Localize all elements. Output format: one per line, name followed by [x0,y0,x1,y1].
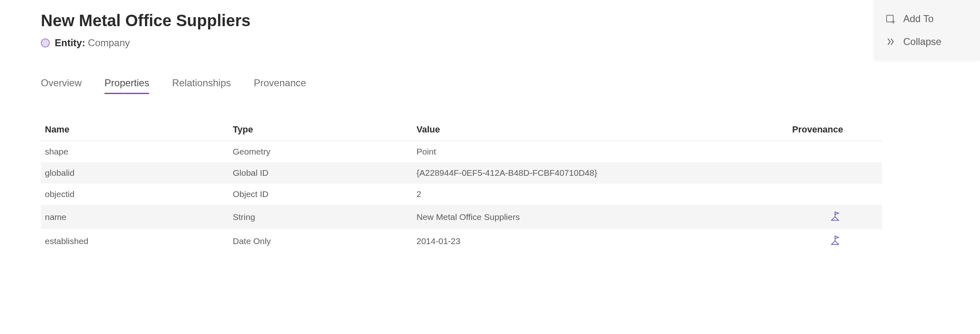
entity-type-value: Company [88,37,130,48]
table-row[interactable]: shapeGeometryPoint [41,141,882,163]
col-header-value[interactable]: Value [412,119,788,141]
cell-name: established [41,229,229,253]
entity-type-row: Entity: Company [41,37,939,49]
tab-properties[interactable]: Properties [105,77,149,94]
cell-value: New Metal Office Suppliers [412,205,788,229]
svg-rect-0 [886,15,893,22]
tabs-row: Overview Properties Relationships Proven… [41,77,939,94]
tab-relationships[interactable]: Relationships [172,77,231,94]
cell-provenance[interactable] [788,205,882,229]
provenance-icon[interactable] [830,211,840,221]
tab-provenance[interactable]: Provenance [254,77,306,94]
col-header-type[interactable]: Type [229,119,412,141]
cell-value: 2 [412,184,788,205]
table-row[interactable]: objectidObject ID2 [41,184,882,205]
add-to-label: Add To [903,13,933,25]
cell-name: objectid [41,184,229,205]
collapse-button[interactable]: Collapse [874,30,980,53]
cell-name: globalid [41,162,229,184]
cell-name: shape [41,141,229,163]
table-row[interactable]: establishedDate Only2014-01-23 [41,229,882,253]
cell-name: name [41,205,229,229]
add-to-icon [885,13,896,24]
col-header-provenance[interactable]: Provenance [788,119,882,141]
add-to-button[interactable]: Add To [874,7,980,30]
properties-table: Name Type Value Provenance shapeGeometry… [41,119,882,253]
table-row[interactable]: globalidGlobal ID{A228944F-0EF5-412A-B48… [41,162,882,184]
table-row[interactable]: nameStringNew Metal Office Suppliers [41,205,882,229]
entity-icon [41,38,50,47]
cell-value: Point [412,141,788,163]
cell-value: 2014-01-23 [412,229,788,253]
cell-type: String [229,205,412,229]
cell-value: {A228944F-0EF5-412A-B48D-FCBF40710D48} [412,162,788,184]
provenance-icon[interactable] [830,235,840,245]
cell-type: Object ID [229,184,412,205]
page-title: New Metal Office Suppliers [41,11,939,30]
collapse-label: Collapse [903,36,941,47]
tab-overview[interactable]: Overview [41,77,82,94]
entity-label: Entity: [55,37,85,48]
cell-type: Geometry [229,141,412,163]
col-header-name[interactable]: Name [41,119,229,141]
cell-provenance[interactable] [788,229,882,253]
cell-type: Date Only [229,229,412,253]
collapse-icon [885,36,896,47]
cell-provenance [788,184,882,205]
cell-provenance [788,162,882,184]
cell-provenance [788,141,882,163]
actions-panel: Add To Collapse [874,0,980,61]
table-header-row: Name Type Value Provenance [41,119,882,141]
cell-type: Global ID [229,162,412,184]
